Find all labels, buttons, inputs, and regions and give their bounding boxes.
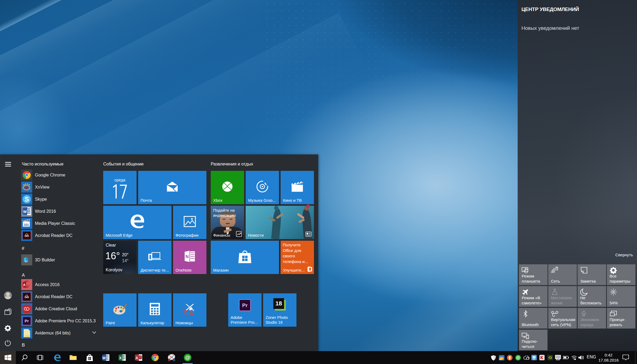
svg-text:321: 321 bbox=[24, 223, 29, 226]
svg-text:A: A bbox=[135, 356, 138, 360]
svg-text:X: X bbox=[119, 356, 122, 360]
svg-text:A: A bbox=[23, 283, 26, 287]
svg-text:N: N bbox=[185, 254, 189, 259]
svg-text:W: W bbox=[23, 210, 27, 214]
svg-text:W: W bbox=[102, 356, 106, 360]
